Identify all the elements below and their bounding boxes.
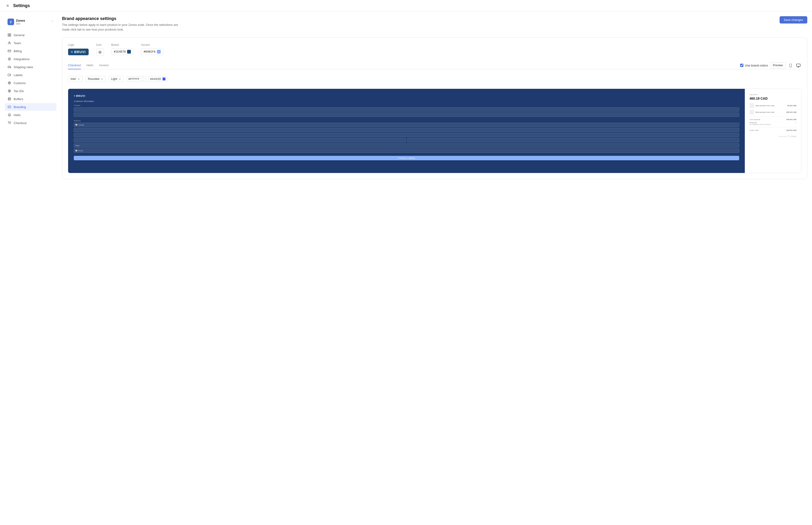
contact-section: Contact [74, 104, 739, 117]
svg-rect-3 [10, 35, 11, 36]
sidebar-nav: General Team Billing [5, 31, 56, 127]
accent-color-box [157, 50, 161, 54]
pay-amount: 460.19 CAD [750, 96, 796, 100]
sidebar-item-team[interactable]: Team [5, 39, 56, 47]
org-id: 909 [16, 22, 49, 25]
color-picker-group: #FFFFFF #445EEE [126, 76, 168, 82]
svg-point-7 [8, 68, 9, 68]
sidebar-item-label: Checkout [14, 121, 27, 125]
item-name: Best product ever sold [756, 111, 785, 113]
sidebar-item-billing[interactable]: Billing [5, 47, 56, 55]
checkout-form-panel: BRUVI Customer information Contact Addre… [68, 89, 745, 173]
svg-rect-5 [8, 50, 11, 52]
country-select-preview: Country [74, 123, 739, 127]
use-brand-colors-checkbox[interactable] [740, 64, 744, 67]
accent-group: Accent #89B2FA [141, 43, 163, 55]
close-button[interactable]: ✕ [5, 3, 10, 9]
grid-icon [7, 33, 11, 37]
svg-point-16 [10, 115, 10, 115]
city-input-preview [74, 138, 406, 142]
order-summary-panel: Pay Bruvi 460.19 CAD Best product ever s… [745, 89, 801, 173]
cart-subtotal-label: Cart subtotal [750, 118, 760, 121]
sidebar-item-customs[interactable]: Customs [5, 79, 56, 87]
sidebar-item-checkout[interactable]: Checkout [5, 119, 56, 127]
postal-input-preview [407, 138, 739, 142]
shipping-label: Shipping [750, 121, 771, 124]
org-avatar: Z [7, 18, 14, 25]
powered-by: Powered by ZONOS [750, 135, 796, 137]
tab-checkout[interactable]: Checkout [68, 62, 81, 69]
desktop-device-button[interactable] [795, 62, 801, 69]
accent-color-input[interactable]: #445EEE [148, 76, 168, 82]
page-description: The settings below apply to each product… [62, 22, 180, 32]
tab-bar: Checkout Hello Invoice Use brand colors … [68, 62, 801, 69]
plug-icon [7, 57, 11, 61]
svg-point-4 [9, 42, 10, 43]
continue-shipping-button[interactable]: Continue to shipping [74, 156, 739, 160]
label-icon [7, 73, 11, 77]
style-selector[interactable]: Rounded [85, 76, 106, 82]
tab-hello[interactable]: Hello [87, 62, 93, 69]
tab-right-controls: Use brand colors Preview [740, 62, 801, 69]
item-thumbnail [750, 103, 754, 108]
brand-color-swatch[interactable]: #1E4D78 [111, 48, 134, 55]
name-input-preview [74, 107, 739, 111]
item-price: 200.00 CAD [786, 111, 796, 113]
customs-icon [7, 81, 11, 85]
bg-color-input[interactable]: #FFFFFF [126, 76, 146, 82]
city-postal-row [74, 138, 739, 144]
sidebar-item-hello[interactable]: Hello [5, 111, 56, 119]
sidebar-item-label: Branding [14, 105, 26, 109]
color-settings: Logo BRUVI Icon ⊕ Brand #1E4D78 [68, 43, 801, 56]
sidebar-item-labels[interactable]: Labels [5, 71, 56, 79]
save-changes-button[interactable]: Save changes [780, 16, 807, 24]
sidebar-item-label: Integrations [14, 57, 30, 61]
branding-icon [7, 105, 11, 109]
sidebar-item-tax-ids[interactable]: Tax IDs [5, 87, 56, 95]
svg-rect-1 [10, 34, 11, 35]
logo-group: Logo BRUVI [68, 43, 89, 56]
accent-color-swatch[interactable]: #89B2FA [141, 48, 163, 55]
item-thumbnail [750, 110, 754, 115]
svg-point-20 [791, 66, 791, 67]
icon-group: Icon ⊕ [96, 43, 104, 56]
form-title: Customer information [74, 100, 739, 103]
sidebar-item-integrations[interactable]: Integrations [5, 55, 56, 63]
icon-label: Icon [96, 43, 104, 46]
tab-invoice[interactable]: Invoice [99, 62, 109, 69]
user-icon [7, 41, 11, 45]
sidebar-item-shipping-rates[interactable]: Shipping rates [5, 63, 56, 71]
org-selector[interactable]: Z Zonos 909 ⌃ [5, 16, 56, 28]
order-item-2: Best product ever sold 200.00 CAD [750, 110, 796, 115]
sidebar-item-general[interactable]: General [5, 31, 56, 39]
state-select-preview: State [74, 144, 739, 148]
address2-input-preview [74, 133, 739, 137]
svg-point-8 [10, 68, 11, 68]
bg-color-value: #FFFFFF [128, 77, 139, 80]
order-total-row: Order total 249.60 CAD [750, 129, 796, 131]
sidebar-item-label: Shipping rates [14, 65, 33, 69]
font-selector[interactable]: Inter [68, 76, 82, 82]
pay-label: Pay Bruvi [750, 93, 796, 96]
brand-color-value: #1E4D78 [114, 50, 126, 53]
icon-button[interactable]: ⊕ [96, 48, 104, 56]
preview-controls: Inter Rounded Light #FFFFFF [68, 73, 801, 85]
order-item-1: Best product ever sold 49.60 CAD [750, 103, 796, 108]
checkout-preview: BRUVI Customer information Contact Addre… [68, 89, 801, 173]
theme-selector[interactable]: Light [109, 76, 124, 82]
country-flag [75, 124, 77, 125]
address-section: Address Country [74, 120, 739, 153]
use-brand-colors-label[interactable]: Use brand colors [740, 64, 768, 67]
sidebar-item-buffers[interactable]: Buffers [5, 95, 56, 103]
accent-color-value: #445EEE [150, 77, 161, 80]
phone-flag [75, 150, 77, 151]
preview-logo-text: BRUVI [76, 94, 85, 97]
preview-button[interactable]: Preview [770, 62, 786, 69]
mobile-device-button[interactable] [788, 62, 794, 69]
app-window: ✕ Settings Z Zonos 909 ⌃ General [0, 0, 812, 525]
sidebar-item-label: Tax IDs [14, 89, 24, 93]
svg-rect-9 [8, 74, 10, 76]
shipping-value: – [796, 121, 796, 125]
email-input-preview [74, 112, 739, 117]
sidebar-item-branding[interactable]: Branding [5, 103, 56, 111]
